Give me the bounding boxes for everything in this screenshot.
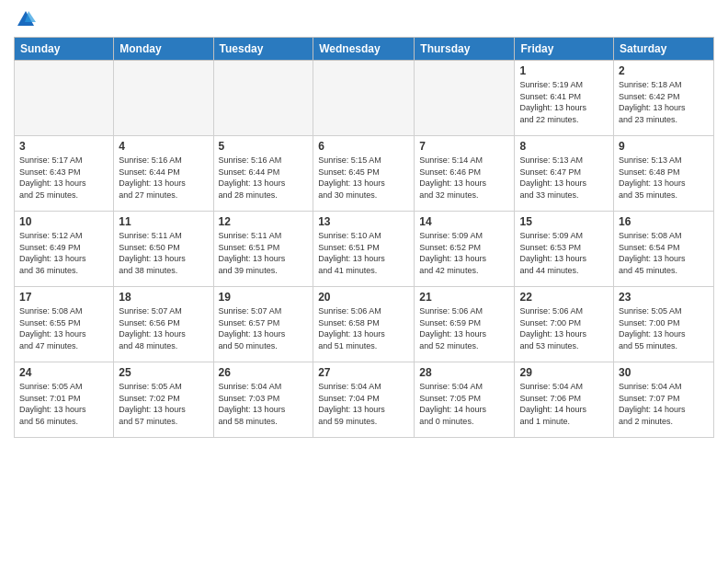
calendar-cell: 1Sunrise: 5:19 AM Sunset: 6:41 PM Daylig…: [515, 61, 614, 136]
calendar-cell: 29Sunrise: 5:04 AM Sunset: 7:06 PM Dayli…: [515, 362, 614, 438]
calendar-cell: 24Sunrise: 5:05 AM Sunset: 7:01 PM Dayli…: [15, 362, 114, 438]
day-info: Sunrise: 5:18 AM Sunset: 6:42 PM Dayligh…: [619, 79, 709, 125]
day-info: Sunrise: 5:05 AM Sunset: 7:01 PM Dayligh…: [19, 381, 108, 427]
calendar-cell: 26Sunrise: 5:04 AM Sunset: 7:03 PM Dayli…: [213, 362, 313, 438]
calendar-cell: [213, 61, 313, 136]
calendar: SundayMondayTuesdayWednesdayThursdayFrid…: [14, 37, 714, 438]
day-info: Sunrise: 5:16 AM Sunset: 6:44 PM Dayligh…: [119, 155, 208, 201]
calendar-cell: 20Sunrise: 5:06 AM Sunset: 6:58 PM Dayli…: [313, 287, 415, 362]
logo: [14, 9, 36, 29]
day-info: Sunrise: 5:05 AM Sunset: 7:00 PM Dayligh…: [619, 305, 709, 351]
calendar-cell: [114, 61, 213, 136]
day-number: 5: [219, 140, 309, 153]
page: SundayMondayTuesdayWednesdayThursdayFrid…: [0, 0, 728, 563]
day-number: 30: [619, 366, 709, 379]
day-number: 27: [318, 366, 409, 379]
day-info: Sunrise: 5:08 AM Sunset: 6:54 PM Dayligh…: [619, 230, 709, 276]
calendar-cell: 7Sunrise: 5:14 AM Sunset: 6:46 PM Daylig…: [415, 136, 515, 212]
header: [14, 9, 714, 29]
calendar-cell: 8Sunrise: 5:13 AM Sunset: 6:47 PM Daylig…: [515, 136, 614, 212]
day-number: 3: [19, 140, 108, 153]
calendar-cell: 14Sunrise: 5:09 AM Sunset: 6:52 PM Dayli…: [415, 212, 515, 287]
day-info: Sunrise: 5:15 AM Sunset: 6:45 PM Dayligh…: [318, 155, 409, 201]
calendar-cell: 2Sunrise: 5:18 AM Sunset: 6:42 PM Daylig…: [614, 61, 714, 136]
calendar-cell: 11Sunrise: 5:11 AM Sunset: 6:50 PM Dayli…: [114, 212, 213, 287]
day-number: 14: [419, 215, 509, 228]
calendar-cell: 15Sunrise: 5:09 AM Sunset: 6:53 PM Dayli…: [515, 212, 614, 287]
day-info: Sunrise: 5:04 AM Sunset: 7:06 PM Dayligh…: [519, 381, 609, 427]
calendar-cell: [415, 61, 515, 136]
day-info: Sunrise: 5:10 AM Sunset: 6:51 PM Dayligh…: [318, 230, 409, 276]
day-info: Sunrise: 5:07 AM Sunset: 6:56 PM Dayligh…: [119, 305, 208, 351]
day-number: 23: [619, 291, 709, 304]
calendar-cell: 6Sunrise: 5:15 AM Sunset: 6:45 PM Daylig…: [313, 136, 415, 212]
day-info: Sunrise: 5:19 AM Sunset: 6:41 PM Dayligh…: [519, 79, 609, 125]
col-header-wednesday: Wednesday: [313, 38, 415, 61]
week-row-1: 1Sunrise: 5:19 AM Sunset: 6:41 PM Daylig…: [15, 61, 714, 136]
calendar-cell: 5Sunrise: 5:16 AM Sunset: 6:44 PM Daylig…: [213, 136, 313, 212]
calendar-cell: 17Sunrise: 5:08 AM Sunset: 6:55 PM Dayli…: [15, 287, 114, 362]
day-info: Sunrise: 5:06 AM Sunset: 6:59 PM Dayligh…: [419, 305, 509, 351]
calendar-cell: 9Sunrise: 5:13 AM Sunset: 6:48 PM Daylig…: [614, 136, 714, 212]
day-info: Sunrise: 5:07 AM Sunset: 6:57 PM Dayligh…: [219, 305, 309, 351]
col-header-sunday: Sunday: [15, 38, 114, 61]
day-info: Sunrise: 5:06 AM Sunset: 6:58 PM Dayligh…: [318, 305, 409, 351]
day-number: 2: [619, 64, 709, 77]
day-info: Sunrise: 5:11 AM Sunset: 6:51 PM Dayligh…: [219, 230, 309, 276]
calendar-cell: 21Sunrise: 5:06 AM Sunset: 6:59 PM Dayli…: [415, 287, 515, 362]
day-number: 9: [619, 140, 709, 153]
day-info: Sunrise: 5:04 AM Sunset: 7:03 PM Dayligh…: [219, 381, 309, 427]
day-info: Sunrise: 5:04 AM Sunset: 7:04 PM Dayligh…: [318, 381, 409, 427]
day-number: 11: [119, 215, 208, 228]
calendar-cell: 10Sunrise: 5:12 AM Sunset: 6:49 PM Dayli…: [15, 212, 114, 287]
day-info: Sunrise: 5:08 AM Sunset: 6:55 PM Dayligh…: [19, 305, 108, 351]
day-number: 18: [119, 291, 208, 304]
day-number: 25: [119, 366, 208, 379]
day-number: 8: [519, 140, 609, 153]
calendar-cell: 3Sunrise: 5:17 AM Sunset: 6:43 PM Daylig…: [15, 136, 114, 212]
day-info: Sunrise: 5:05 AM Sunset: 7:02 PM Dayligh…: [119, 381, 208, 427]
day-number: 6: [318, 140, 409, 153]
day-number: 15: [519, 215, 609, 228]
day-number: 28: [419, 366, 509, 379]
day-number: 7: [419, 140, 509, 153]
day-number: 24: [19, 366, 108, 379]
calendar-cell: [313, 61, 415, 136]
calendar-cell: 4Sunrise: 5:16 AM Sunset: 6:44 PM Daylig…: [114, 136, 213, 212]
calendar-cell: 18Sunrise: 5:07 AM Sunset: 6:56 PM Dayli…: [114, 287, 213, 362]
day-info: Sunrise: 5:14 AM Sunset: 6:46 PM Dayligh…: [419, 155, 509, 201]
calendar-header-row: SundayMondayTuesdayWednesdayThursdayFrid…: [15, 38, 714, 61]
day-info: Sunrise: 5:13 AM Sunset: 6:48 PM Dayligh…: [619, 155, 709, 201]
col-header-monday: Monday: [114, 38, 213, 61]
day-number: 26: [219, 366, 309, 379]
day-number: 12: [219, 215, 309, 228]
calendar-cell: 30Sunrise: 5:04 AM Sunset: 7:07 PM Dayli…: [614, 362, 714, 438]
day-info: Sunrise: 5:04 AM Sunset: 7:05 PM Dayligh…: [419, 381, 509, 427]
calendar-cell: [15, 61, 114, 136]
day-number: 17: [19, 291, 108, 304]
day-number: 20: [318, 291, 409, 304]
day-info: Sunrise: 5:06 AM Sunset: 7:00 PM Dayligh…: [519, 305, 609, 351]
week-row-5: 24Sunrise: 5:05 AM Sunset: 7:01 PM Dayli…: [15, 362, 714, 438]
day-number: 19: [219, 291, 309, 304]
day-number: 21: [419, 291, 509, 304]
day-info: Sunrise: 5:12 AM Sunset: 6:49 PM Dayligh…: [19, 230, 108, 276]
day-number: 13: [318, 215, 409, 228]
calendar-cell: 13Sunrise: 5:10 AM Sunset: 6:51 PM Dayli…: [313, 212, 415, 287]
day-info: Sunrise: 5:13 AM Sunset: 6:47 PM Dayligh…: [519, 155, 609, 201]
calendar-cell: 12Sunrise: 5:11 AM Sunset: 6:51 PM Dayli…: [213, 212, 313, 287]
week-row-3: 10Sunrise: 5:12 AM Sunset: 6:49 PM Dayli…: [15, 212, 714, 287]
day-number: 4: [119, 140, 208, 153]
col-header-saturday: Saturday: [614, 38, 714, 61]
day-info: Sunrise: 5:16 AM Sunset: 6:44 PM Dayligh…: [219, 155, 309, 201]
col-header-friday: Friday: [515, 38, 614, 61]
week-row-2: 3Sunrise: 5:17 AM Sunset: 6:43 PM Daylig…: [15, 136, 714, 212]
day-info: Sunrise: 5:09 AM Sunset: 6:52 PM Dayligh…: [419, 230, 509, 276]
day-number: 10: [19, 215, 108, 228]
day-info: Sunrise: 5:09 AM Sunset: 6:53 PM Dayligh…: [519, 230, 609, 276]
day-info: Sunrise: 5:04 AM Sunset: 7:07 PM Dayligh…: [619, 381, 709, 427]
day-number: 22: [519, 291, 609, 304]
week-row-4: 17Sunrise: 5:08 AM Sunset: 6:55 PM Dayli…: [15, 287, 714, 362]
calendar-cell: 19Sunrise: 5:07 AM Sunset: 6:57 PM Dayli…: [213, 287, 313, 362]
calendar-cell: 27Sunrise: 5:04 AM Sunset: 7:04 PM Dayli…: [313, 362, 415, 438]
